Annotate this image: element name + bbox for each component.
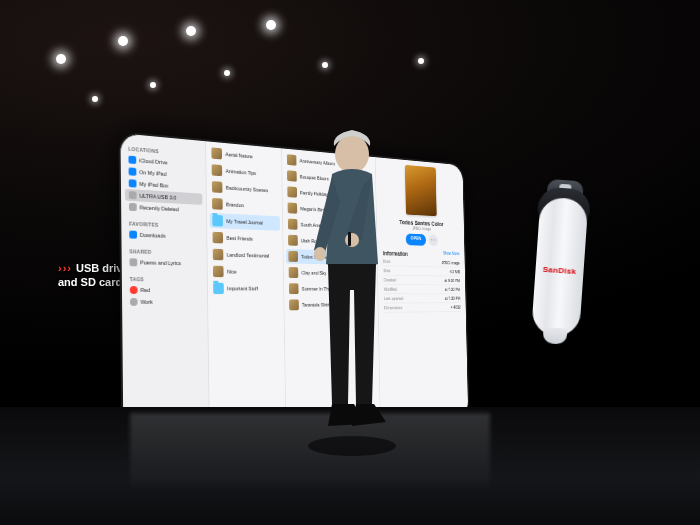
sidebar-item-shared[interactable]: Poems and Lyrics (126, 256, 204, 269)
box-icon (129, 179, 137, 187)
list-item[interactable]: Nice (210, 264, 280, 280)
column-1: Aerial Nature Animation Tips Backcountry… (206, 141, 286, 441)
cloud-icon (128, 156, 136, 164)
thumb-icon (212, 181, 223, 193)
downloads-icon (129, 231, 137, 239)
thumb-icon (212, 198, 223, 210)
stage-scene: ›››USB drives and SD cards Locations iCl… (0, 0, 700, 525)
svg-point-1 (314, 247, 326, 261)
list-item[interactable]: Best Friends (210, 230, 280, 247)
list-item-selected[interactable]: My Travel Journal (210, 213, 280, 231)
drive-icon (129, 191, 137, 199)
presenter-figure (292, 124, 412, 474)
sidebar-item-downloads[interactable]: Downloads (125, 228, 203, 242)
svg-point-0 (335, 135, 369, 173)
caption-line2: and SD cards (58, 276, 128, 288)
show-more-link[interactable]: Show More (443, 250, 459, 255)
svg-point-4 (308, 436, 396, 456)
thumb-icon (212, 164, 223, 176)
sidebar-tags-head: Tags (126, 274, 204, 284)
usb-drive-graphic: SanDisk (522, 178, 598, 350)
tag-dot-icon (130, 298, 138, 306)
sidebar-tag-work[interactable]: Work (126, 296, 204, 308)
thumb-icon (213, 266, 224, 277)
list-item[interactable]: Landlord Testimonial (210, 247, 280, 264)
thumb-icon (212, 232, 223, 244)
svg-rect-3 (348, 232, 351, 246)
list-item[interactable]: Backcountry Scenes (209, 179, 279, 198)
folder-icon (213, 283, 224, 294)
list-item[interactable]: Important Stuff (210, 281, 280, 296)
caption-arrows-icon: ››› (58, 262, 72, 276)
people-icon (129, 258, 137, 266)
sidebar-tag-red[interactable]: Red (126, 284, 204, 296)
more-actions-icon[interactable]: ⋯ (428, 234, 437, 246)
trash-icon (129, 203, 137, 211)
tag-dot-icon (130, 286, 138, 294)
thumb-icon (213, 249, 224, 261)
file-kind: JPEG image (412, 226, 431, 232)
files-sidebar: Locations iCloud Drive On My iPad My iPa… (120, 133, 209, 448)
folder-icon (212, 215, 223, 227)
ipad-icon (129, 167, 137, 175)
list-item[interactable]: Brandon (209, 196, 279, 215)
svg-point-2 (345, 233, 359, 247)
thumb-icon (211, 147, 222, 159)
